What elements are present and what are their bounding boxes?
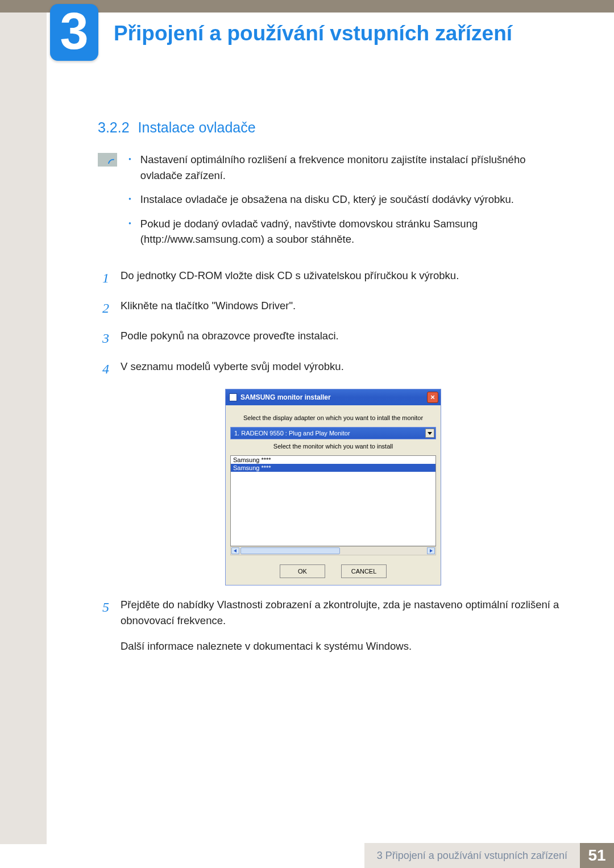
step-text-block: Přejděte do nabídky Vlastnosti zobrazení… <box>121 597 569 655</box>
bullet-dot-icon <box>128 192 131 208</box>
adapter-dropdown[interactable]: 1. RADEON 9550 : Plug and Play Monitor <box>230 427 436 439</box>
list-item[interactable]: Samsung **** <box>231 464 435 472</box>
ok-button[interactable]: OK <box>280 564 325 578</box>
step-item: 4V seznamu modelů vyberte svůj model výr… <box>98 359 569 380</box>
note-bullet-text: Instalace ovladače je obsažena na disku … <box>140 192 514 208</box>
step-text: Do jednotky CD-ROM vložte disk CD s uživ… <box>121 268 569 289</box>
step-item: 1Do jednotky CD-ROM vložte disk CD s uži… <box>98 268 569 289</box>
step-number: 1 <box>98 268 109 289</box>
bullet-dot-icon <box>128 152 131 184</box>
page-number: 51 <box>580 843 614 868</box>
side-gutter <box>0 13 47 844</box>
note-bullet: Instalace ovladače je obsažena na disku … <box>128 192 569 208</box>
note-bullet: Pokud je dodaný ovladač vadný, navštivte… <box>128 216 569 248</box>
window-title: SAMSUNG monitor installer <box>240 393 331 401</box>
note-icon <box>98 153 117 167</box>
ordered-steps: 1Do jednotky CD-ROM vložte disk CD s uži… <box>98 268 569 380</box>
step-number: 3 <box>98 328 109 349</box>
note-bullet: Nastavení optimálního rozlišení a frekve… <box>128 152 569 184</box>
chapter-number: 3 <box>60 6 88 57</box>
close-button[interactable]: × <box>427 392 438 403</box>
scroll-thumb[interactable] <box>240 547 340 554</box>
installer-window: SAMSUNG monitor installer × Select the d… <box>225 389 441 585</box>
dialog-button-row: OK CANCEL <box>230 564 436 578</box>
horizontal-scrollbar[interactable] <box>230 546 436 555</box>
step-number: 4 <box>98 359 109 380</box>
page-content: 3.2.2 Instalace ovladače Nastavení optim… <box>98 119 569 664</box>
step-followup-text: Další informace naleznete v dokumentaci … <box>121 638 569 655</box>
footer-breadcrumb: 3 Připojení a používání vstupních zaříze… <box>364 843 580 868</box>
window-system-icon <box>229 393 237 401</box>
monitor-prompt-label: Select the monitor which you want to ins… <box>230 443 436 450</box>
page-footer: 3 Připojení a používání vstupních zaříze… <box>0 843 614 868</box>
list-item[interactable]: Samsung **** <box>231 456 435 464</box>
embedded-screenshot: SAMSUNG monitor installer × Select the d… <box>98 389 569 585</box>
note-bullet-text: Pokud je dodaný ovladač vadný, navštivte… <box>140 216 569 248</box>
footer-spacer <box>0 843 364 868</box>
scroll-right-icon[interactable] <box>427 547 435 554</box>
step-text: V seznamu modelů vyberte svůj model výro… <box>121 359 569 380</box>
window-titlebar: SAMSUNG monitor installer × <box>226 389 441 405</box>
section-heading: 3.2.2 Instalace ovladače <box>98 119 569 136</box>
adapter-prompt-label: Select the display adapter on which you … <box>230 414 436 421</box>
close-icon: × <box>430 393 435 401</box>
step-number: 2 <box>98 298 109 319</box>
step-item: 3Podle pokynů na obrazovce proveďte inst… <box>98 328 569 349</box>
page-title: Připojení a používání vstupních zařízení <box>114 22 591 45</box>
monitor-listbox[interactable]: Samsung **** Samsung **** <box>230 455 436 546</box>
list-item-label: Samsung **** <box>233 464 271 471</box>
step-number: 5 <box>98 597 109 655</box>
section-title: Instalace ovladače <box>138 119 256 135</box>
installer-body: Select the display adapter on which you … <box>226 405 441 585</box>
ok-button-label: OK <box>298 568 307 575</box>
cancel-button[interactable]: CANCEL <box>341 564 387 578</box>
note-block: Nastavení optimálního rozlišení a frekve… <box>98 152 569 255</box>
step-item: 2Klikněte na tlačítko "Windows Driver". <box>98 298 569 319</box>
note-bullet-text: Nastavení optimálního rozlišení a frekve… <box>140 152 569 184</box>
note-bullet-list: Nastavení optimálního rozlišení a frekve… <box>128 152 569 255</box>
section-number: 3.2.2 <box>98 119 130 135</box>
step-item: 5 Přejděte do nabídky Vlastnosti zobraze… <box>98 597 569 655</box>
bullet-dot-icon <box>128 216 131 248</box>
step-text: Přejděte do nabídky Vlastnosti zobrazení… <box>121 597 569 629</box>
step-text: Podle pokynů na obrazovce proveďte insta… <box>121 328 569 349</box>
ordered-steps-continued: 5 Přejděte do nabídky Vlastnosti zobraze… <box>98 597 569 655</box>
adapter-dropdown-value: 1. RADEON 9550 : Plug and Play Monitor <box>234 430 350 437</box>
list-item-label: Samsung **** <box>233 456 271 463</box>
step-text: Klikněte na tlačítko "Windows Driver". <box>121 298 569 319</box>
chevron-down-icon[interactable] <box>425 429 434 438</box>
scroll-left-icon[interactable] <box>231 547 239 554</box>
chapter-number-badge: 3 <box>50 4 98 61</box>
cancel-button-label: CANCEL <box>351 568 377 575</box>
